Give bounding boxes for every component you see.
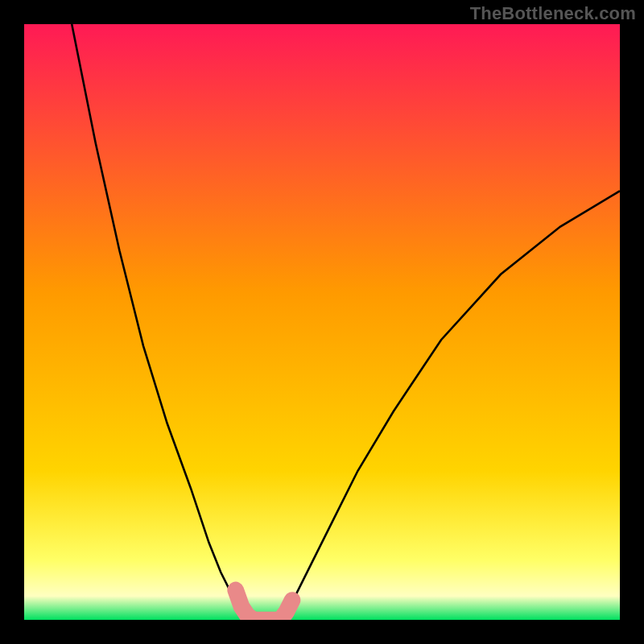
bottleneck-curve-plot <box>24 24 620 620</box>
gradient-background <box>24 24 620 620</box>
chart-container: TheBottleneck.com <box>0 0 644 644</box>
watermark-text: TheBottleneck.com <box>470 3 636 24</box>
